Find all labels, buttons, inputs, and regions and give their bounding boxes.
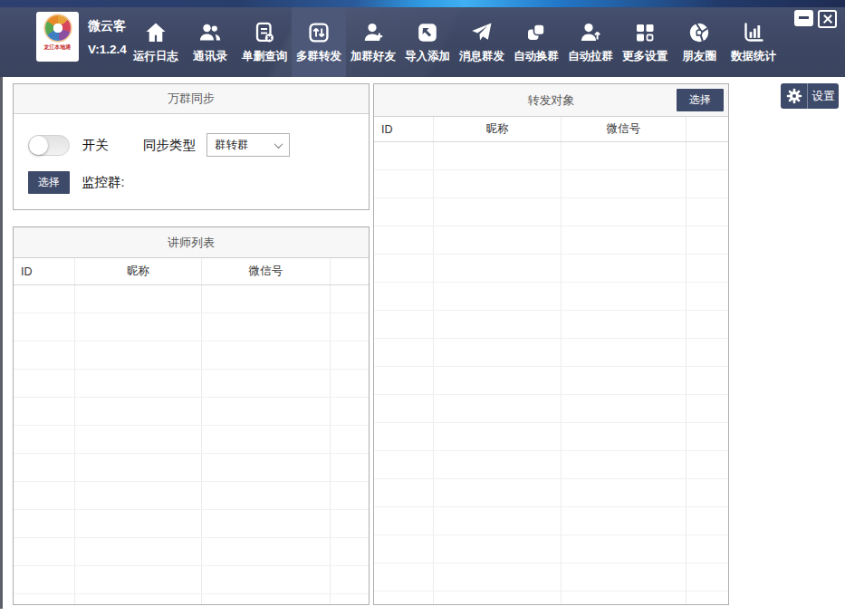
logo-emblem-icon [45,15,71,41]
column-header-wechat-id: 微信号 [202,258,331,284]
nav-item-run-log[interactable]: 运行日志 [129,7,183,77]
table-cell [331,482,369,509]
toggle-knob [29,136,48,155]
multi-forward-icon [307,20,331,44]
table-cell [331,398,369,425]
nav-item-auto-switch[interactable]: 自动换群 [509,7,563,77]
table-cell [202,342,331,369]
table-cell [331,538,369,565]
table-cell [202,594,331,604]
main-nav: 运行日志 通讯录 单删查询 多群转发 [129,7,781,77]
table-cell [14,285,75,313]
table-cell [434,423,562,450]
table-cell [331,370,369,397]
table-cell [562,339,687,366]
contacts-icon [198,20,223,44]
table-cell [75,370,202,397]
table-cell [687,367,728,394]
table-cell [562,451,687,478]
monitor-select-button[interactable]: 选择 [28,171,70,194]
table-cell [434,283,562,310]
table-row [374,395,728,423]
table-row [374,451,728,479]
nav-item-delete-query[interactable]: 单删查询 [237,7,292,77]
table-cell [562,170,687,197]
forward-select-button[interactable]: 选择 [677,89,724,111]
nav-item-more-settings[interactable]: 更多设置 [618,7,672,77]
table-cell [331,594,369,604]
minimize-button[interactable] [794,10,813,26]
lecturer-panel-header: 讲师列表 [14,227,369,258]
table-cell [14,566,75,593]
table-cell [75,594,202,604]
forward-panel-header: 转发对象 选择 [374,84,728,117]
table-cell [374,198,434,226]
moments-icon [687,20,712,44]
column-header-wechat-id: 微信号 [562,117,687,141]
column-header-nickname: 昵称 [75,258,202,284]
table-row [14,426,369,454]
table-row [374,535,728,563]
table-cell [562,198,687,226]
table-cell [374,423,434,450]
table-cell [434,367,562,394]
table-row [374,226,728,255]
sync-type-select[interactable]: 群转群 [206,133,290,157]
table-cell [202,426,331,453]
table-row [374,423,728,451]
nav-item-contacts[interactable]: 通讯录 [183,7,237,77]
table-cell [562,255,687,282]
table-cell [202,398,331,425]
table-cell [75,426,202,453]
nav-item-statistics[interactable]: 数据统计 [726,7,781,77]
table-cell [434,255,562,282]
nav-item-mass-message[interactable]: 消息群发 [455,7,509,77]
table-cell [14,426,75,453]
nav-item-auto-pull[interactable]: 自动拉群 [563,7,618,77]
table-cell [374,507,434,534]
table-cell [434,535,562,563]
nav-item-import-add[interactable]: 导入添加 [400,7,455,77]
table-cell [687,198,728,226]
sync-type-label: 同步类型 [143,137,196,154]
table-cell [14,482,75,509]
table-cell [434,142,562,169]
table-cell [75,454,202,481]
nav-item-multi-forward[interactable]: 多群转发 [292,7,346,77]
table-cell [687,395,728,422]
table-cell [374,367,434,394]
table-row [14,566,369,594]
import-icon [416,20,440,44]
monitor-group-label: 监控群: [82,174,125,191]
table-cell [14,594,75,604]
settings-button[interactable]: 设置 [781,83,839,109]
title-bar: 龙江本地通 微云客 V:1.2.4 运行日志 通讯录 [0,7,845,77]
table-row [14,285,369,313]
table-cell [374,142,434,169]
sync-toggle[interactable] [28,135,70,156]
table-row [374,367,728,395]
table-cell [374,226,434,254]
table-cell [202,566,331,593]
table-cell [374,451,434,478]
table-cell [687,170,728,197]
table-cell [687,479,728,506]
nav-item-moments[interactable]: 朋友圈 [672,7,726,77]
table-cell [434,311,562,338]
table-cell [14,454,75,481]
table-cell [202,510,331,537]
table-cell [75,313,202,341]
close-button[interactable] [818,10,837,28]
table-cell [687,423,728,450]
table-cell [687,339,728,366]
table-row [374,170,728,198]
table-cell [14,538,75,565]
table-row [14,538,369,566]
table-cell [75,510,202,537]
column-header-id: ID [14,258,75,284]
table-cell [687,255,728,282]
table-row [374,339,728,367]
window-edge [0,77,3,609]
nav-item-add-friend[interactable]: 加群好友 [346,7,400,77]
table-row [14,454,369,482]
